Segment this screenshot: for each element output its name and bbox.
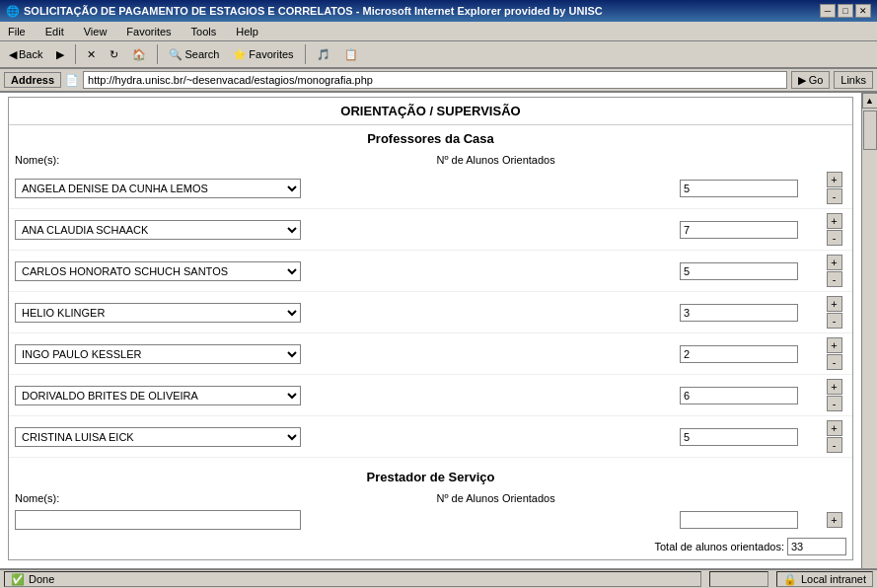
total-input[interactable] bbox=[787, 538, 846, 555]
toolbar: ◀ Back ▶ ✕ ↻ 🏠 🔍 Search ⭐ Favorites 🎵 📋 bbox=[0, 41, 877, 69]
professor-count-0[interactable] bbox=[680, 180, 798, 197]
restore-button[interactable]: □ bbox=[838, 4, 853, 18]
professor-select-1[interactable]: ANA CLAUDIA SCHAACK bbox=[15, 220, 301, 240]
professor-row: ANGELA DENISE DA CUNHA LEMOS+- bbox=[9, 168, 852, 209]
menu-file[interactable]: File bbox=[4, 25, 30, 38]
prestador-name-input[interactable] bbox=[15, 510, 301, 530]
status-icon: ✅ bbox=[11, 573, 25, 586]
professor-count-6[interactable] bbox=[680, 428, 798, 446]
status-done-text: Done bbox=[29, 573, 54, 585]
title-bar: 🌐 SOLICITAÇÃO DE PAGAMENTO DE ESTAGIOS E… bbox=[0, 0, 877, 22]
prestador-add-button[interactable]: + bbox=[827, 512, 842, 528]
home-button[interactable]: 🏠 bbox=[127, 46, 151, 63]
add-row-button-6[interactable]: + bbox=[827, 420, 842, 436]
col-alunos2-header: Nº de Alunos Orientados bbox=[431, 490, 768, 506]
professor-count-1[interactable] bbox=[680, 221, 798, 239]
remove-row-button-5[interactable]: - bbox=[827, 396, 842, 411]
status-bar: ✅ Done 🔒 Local intranet bbox=[0, 568, 877, 588]
remove-row-button-0[interactable]: - bbox=[827, 188, 842, 204]
status-progress bbox=[709, 571, 768, 587]
professor-row: CARLOS HONORATO SCHUCH SANTOS+- bbox=[9, 251, 852, 292]
address-bar: Address 📄 ▶ Go Links bbox=[0, 69, 877, 93]
professor-count-4[interactable] bbox=[680, 345, 798, 363]
scroll-up-button[interactable]: ▲ bbox=[862, 93, 878, 109]
remove-row-button-3[interactable]: - bbox=[827, 313, 842, 329]
forward-button[interactable]: ▶ bbox=[51, 46, 69, 63]
add-row-button-3[interactable]: + bbox=[827, 296, 842, 312]
app-icon: 🌐 bbox=[6, 5, 20, 18]
professores-title: Professores da Casa bbox=[9, 125, 852, 152]
address-label: Address bbox=[4, 72, 61, 88]
close-button[interactable]: ✕ bbox=[855, 4, 871, 18]
professor-rows: ANGELA DENISE DA CUNHA LEMOS+-ANA CLAUDI… bbox=[9, 168, 852, 458]
professor-row: CRISTINA LUISA EICK+- bbox=[9, 416, 852, 458]
status-done: ✅ Done bbox=[4, 571, 701, 587]
refresh-button[interactable]: ↻ bbox=[105, 46, 123, 63]
prestador-count-input[interactable] bbox=[680, 511, 798, 529]
page-icon: 📄 bbox=[65, 74, 79, 87]
favorites-button[interactable]: ⭐ Favorites bbox=[228, 46, 298, 63]
col-nome-header: Nome(s): bbox=[9, 152, 431, 168]
window-title: SOLICITAÇÃO DE PAGAMENTO DE ESTAGIOS E C… bbox=[24, 5, 603, 17]
zone-icon: 🔒 bbox=[783, 573, 797, 586]
menu-view[interactable]: View bbox=[80, 25, 111, 38]
add-row-button-5[interactable]: + bbox=[827, 379, 842, 395]
go-button[interactable]: ▶ Go bbox=[791, 71, 831, 89]
professor-select-0[interactable]: ANGELA DENISE DA CUNHA LEMOS bbox=[15, 179, 301, 198]
professor-select-2[interactable]: CARLOS HONORATO SCHUCH SANTOS bbox=[15, 261, 301, 281]
professor-row: DORIVALDO BRITES DE OLIVEIRA+- bbox=[9, 375, 852, 416]
add-row-button-2[interactable]: + bbox=[827, 255, 842, 270]
professor-select-3[interactable]: HELIO KLINGER bbox=[15, 303, 301, 323]
professor-count-2[interactable] bbox=[680, 262, 798, 280]
col-alunos-header: Nº de Alunos Orientados bbox=[431, 152, 768, 168]
professor-row: ANA CLAUDIA SCHAACK+- bbox=[9, 209, 852, 251]
media-button[interactable]: 🎵 bbox=[312, 46, 335, 63]
professor-count-5[interactable] bbox=[680, 387, 798, 404]
content-area: ORIENTAÇÃO / SUPERVISÃO Professores da C… bbox=[0, 93, 877, 568]
minimize-button[interactable]: ─ bbox=[820, 4, 836, 18]
add-row-button-0[interactable]: + bbox=[827, 172, 842, 187]
orientacao-section: ORIENTAÇÃO / SUPERVISÃO Professores da C… bbox=[8, 97, 853, 560]
remove-row-button-1[interactable]: - bbox=[827, 230, 842, 246]
stop-button[interactable]: ✕ bbox=[82, 46, 101, 63]
status-zone: 🔒 Local intranet bbox=[776, 571, 873, 587]
remove-row-button-4[interactable]: - bbox=[827, 354, 842, 370]
menu-favorites[interactable]: Favorites bbox=[122, 25, 175, 38]
menu-edit[interactable]: Edit bbox=[41, 25, 68, 38]
professor-select-6[interactable]: CRISTINA LUISA EICK bbox=[15, 427, 301, 447]
total-label: Total de alunos orientados: bbox=[654, 541, 783, 552]
menu-help[interactable]: Help bbox=[232, 25, 262, 38]
professor-row: HELIO KLINGER+- bbox=[9, 292, 852, 333]
prestador-row: + bbox=[9, 506, 852, 534]
professor-select-4[interactable]: INGO PAULO KESSLER bbox=[15, 344, 301, 364]
menu-tools[interactable]: Tools bbox=[187, 25, 221, 38]
professor-select-5[interactable]: DORIVALDO BRITES DE OLIVEIRA bbox=[15, 386, 301, 405]
professor-count-3[interactable] bbox=[680, 304, 798, 322]
col-nome2-header: Nome(s): bbox=[9, 490, 431, 506]
address-input[interactable] bbox=[83, 71, 787, 89]
add-row-button-1[interactable]: + bbox=[827, 213, 842, 229]
remove-row-button-6[interactable]: - bbox=[827, 437, 842, 453]
add-row-button-4[interactable]: + bbox=[827, 337, 842, 353]
back-button[interactable]: ◀ Back bbox=[4, 46, 47, 63]
scrollbar: ▲ bbox=[861, 93, 877, 568]
links-button[interactable]: Links bbox=[834, 71, 873, 89]
search-button[interactable]: 🔍 Search bbox=[164, 46, 224, 63]
prestador-title: Prestador de Serviço bbox=[9, 464, 852, 490]
main-content: ORIENTAÇÃO / SUPERVISÃO Professores da C… bbox=[0, 93, 861, 568]
remove-row-button-2[interactable]: - bbox=[827, 271, 842, 287]
history-button[interactable]: 📋 bbox=[339, 46, 363, 63]
status-zone-text: Local intranet bbox=[801, 573, 866, 585]
section-title: ORIENTAÇÃO / SUPERVISÃO bbox=[9, 98, 852, 125]
professor-row: INGO PAULO KESSLER+- bbox=[9, 333, 852, 375]
scroll-thumb[interactable] bbox=[863, 110, 877, 150]
menu-bar: File Edit View Favorites Tools Help bbox=[0, 22, 877, 41]
